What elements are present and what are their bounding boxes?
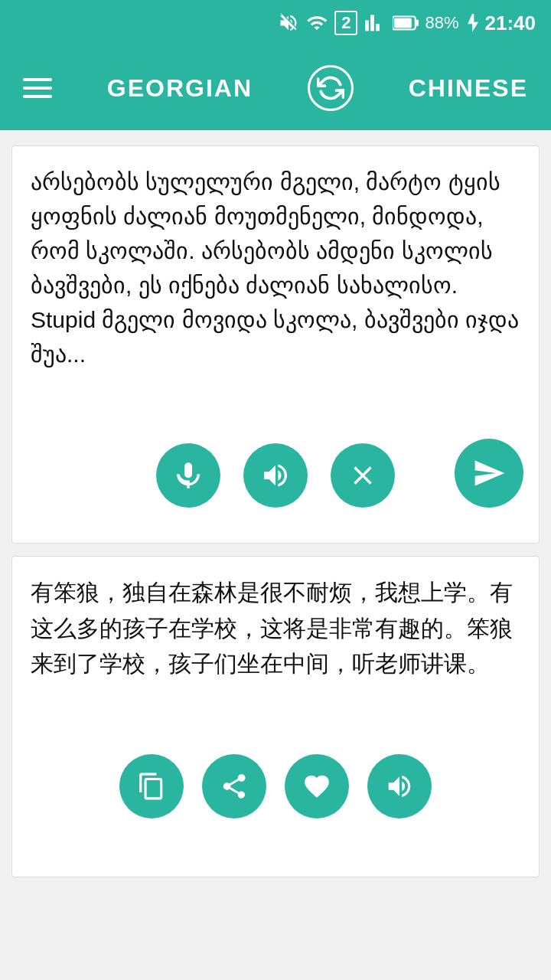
battery-icon xyxy=(393,14,419,32)
send-button[interactable] xyxy=(455,439,523,508)
clear-button[interactable] xyxy=(331,443,395,508)
sim-badge: 2 xyxy=(334,11,357,35)
mute-icon xyxy=(278,12,299,34)
source-speaker-button[interactable] xyxy=(243,443,308,508)
clock: 21:40 xyxy=(485,11,536,35)
translation-panel: 有笨狼，独自在森林是很不耐烦，我想上学。有这么多的孩子在学校，这将是非常有趣的。… xyxy=(11,556,540,877)
status-bar: 2 88% 21:40 xyxy=(0,0,551,46)
swap-languages-button[interactable] xyxy=(308,65,354,111)
signal-icon xyxy=(364,12,386,34)
source-actions xyxy=(12,433,539,523)
share-button[interactable] xyxy=(202,754,266,818)
battery-percent: 88% xyxy=(425,13,458,33)
copy-button[interactable] xyxy=(119,754,184,818)
wifi-icon xyxy=(305,12,328,34)
charging-icon xyxy=(465,12,479,34)
app-header: GEORGIAN CHINESE xyxy=(0,46,551,130)
svg-rect-1 xyxy=(395,18,412,28)
source-text[interactable]: არსებობს სულელური მგელი, მარტო ტყის ყოფნ… xyxy=(12,146,539,433)
favorite-button[interactable] xyxy=(285,754,349,818)
source-panel: არსებობს სულელური მგელი, მარტო ტყის ყოფნ… xyxy=(11,145,540,544)
translation-speaker-button[interactable] xyxy=(367,754,432,818)
translation-text: 有笨狼，独自在森林是很不耐烦，我想上学。有这么多的孩子在学校，这将是非常有趣的。… xyxy=(12,557,539,743)
target-language-label: CHINESE xyxy=(409,74,528,103)
translation-actions xyxy=(12,743,539,835)
source-language-label: GEORGIAN xyxy=(107,74,253,103)
menu-button[interactable] xyxy=(23,78,52,98)
mic-button[interactable] xyxy=(156,443,220,508)
svg-rect-2 xyxy=(416,20,419,27)
status-icons: 2 88% 21:40 xyxy=(278,11,536,35)
